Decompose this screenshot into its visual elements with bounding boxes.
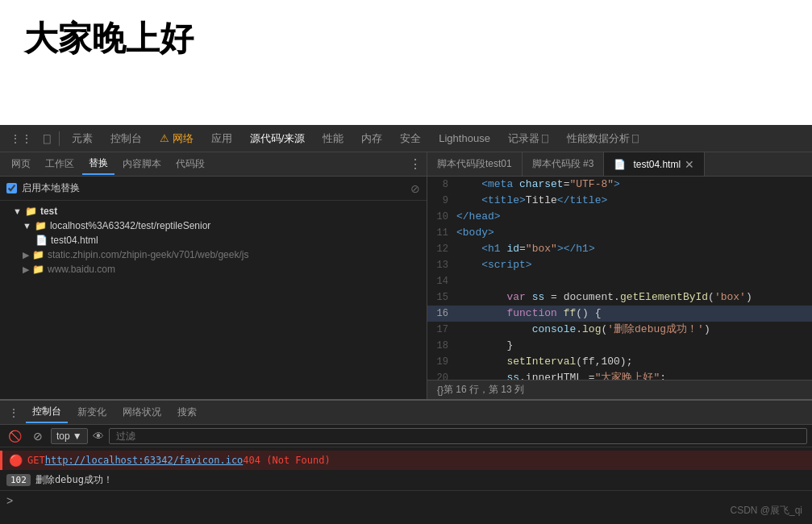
console-tab-network-conditions[interactable]: 网络状况 (116, 402, 168, 422)
code-line: 17 console.log('删除debug成功！') (427, 322, 812, 338)
error-text-after: 404 (Not Found) (243, 455, 330, 466)
error-icon: 🔴 (9, 454, 23, 467)
clear-overrides-icon[interactable]: ⊘ (410, 182, 420, 195)
code-line: 9 <title>Title</title> (427, 193, 812, 209)
tree-arrow-right-icon: ▶ (23, 250, 29, 260)
tab-recorder[interactable]: 记录器 ⎕ (500, 128, 557, 149)
tab-memory[interactable]: 内存 (353, 128, 390, 149)
tab-lighthouse[interactable]: Lighthouse (431, 129, 498, 148)
file-tree: ▼ 📁 test ▼ 📁 localhost%3A63342/test/rept… (0, 201, 427, 399)
error-text-before: GET (27, 455, 45, 466)
tree-item-static-zhipin[interactable]: ▶ 📁 static.zhipin.com/zhipin-geek/v701/w… (0, 247, 427, 262)
tree-item-baidu[interactable]: ▶ 📁 www.baidu.com (0, 262, 427, 277)
tab-console[interactable]: 控制台 (102, 128, 150, 149)
top-filter-arrow: ▼ (73, 430, 82, 442)
cursor-position: {} (437, 385, 443, 396)
devtools: ⋮⋮ ⎕ 元素 控制台 ⚠ 网络 应用 源代码/来源 性能 内存 安全 Ligh… (0, 125, 812, 524)
code-area[interactable]: 8 <meta charset="UTF-8"> 9 <title>Title<… (427, 177, 812, 380)
cursor-position-text: 第 16 行，第 13 列 (443, 383, 524, 397)
log-text: 删除debug成功！ (35, 473, 113, 487)
sub-toolbar: 网页 工作区 替换 内容脚本 代码段 ⋮ (0, 152, 427, 177)
checkbox-bar: 启用本地替换 ⊘ (0, 177, 427, 201)
console-tab-changes[interactable]: 新变化 (71, 402, 113, 422)
clear-console-icon[interactable]: 🚫 (5, 428, 25, 444)
folder-icon4: 📁 (32, 264, 44, 275)
code-line: 10 </head> (427, 209, 812, 225)
code-line: 20 ss.innerHTML ="大家晚上好"; (427, 370, 812, 380)
console-filter-bar: 🚫 ⊘ top ▼ 👁 (0, 425, 812, 447)
watermark: CSDN @展飞_qi (730, 504, 802, 518)
toolbar-separator (59, 131, 60, 146)
code-line: 12 <h1 id="box"></h1> (427, 241, 812, 257)
sub-tab-overrides[interactable]: 替换 (82, 153, 115, 175)
editor-tab-test04[interactable]: 📄 test04.html ✕ (604, 152, 705, 177)
console-settings-icon[interactable]: ⊘ (30, 428, 46, 444)
devtools-main: 网页 工作区 替换 内容脚本 代码段 ⋮ 启用本地替换 ⊘ ▼ 📁 (0, 152, 812, 399)
sub-tab-workspace[interactable]: 工作区 (39, 154, 81, 174)
sub-tab-content-scripts[interactable]: 内容脚本 (116, 154, 168, 174)
tab-perf-insights[interactable]: 性能数据分析 ⎕ (559, 128, 648, 149)
code-line-16: 16 function ff() { (427, 306, 812, 322)
code-line: 8 <meta charset="UTF-8"> (427, 177, 812, 193)
tab-network[interactable]: ⚠ 网络 (152, 128, 202, 149)
console-error-message: 🔴 GET http://localhost:63342/favicon.ico… (0, 451, 812, 470)
status-bar: {} 第 16 行，第 13 列 (427, 380, 812, 399)
code-line: 13 <script> (427, 257, 812, 273)
console-filter-input[interactable] (109, 428, 807, 444)
right-panel: 脚本代码段test01 脚本代码段 #3 📄 test04.html ✕ 8 <… (427, 152, 812, 399)
console-log-message: 102 删除debug成功！ (0, 470, 812, 490)
tree-arrow-down-icon: ▼ (13, 206, 22, 216)
folder-icon3: 📁 (32, 249, 44, 260)
browser-page: 大家晚上好 (0, 0, 812, 125)
enable-overrides-checkbox[interactable] (6, 183, 17, 193)
code-line: 11 <body> (427, 225, 812, 241)
editor-tab-snippet03[interactable]: 脚本代码段 #3 (523, 152, 605, 177)
folder-icon: 📁 (25, 206, 37, 217)
left-panel: 网页 工作区 替换 内容脚本 代码段 ⋮ 启用本地替换 ⊘ ▼ 📁 (0, 152, 427, 399)
console-tab-console[interactable]: 控制台 (26, 401, 68, 423)
editor-tabs: 脚本代码段test01 脚本代码段 #3 📄 test04.html ✕ (427, 152, 812, 177)
enable-overrides-label: 启用本地替换 (22, 181, 80, 195)
file-tab-icon: 📄 (614, 159, 626, 170)
tab-close-icon[interactable]: ✕ (685, 158, 694, 171)
tab-performance[interactable]: 性能 (314, 128, 352, 149)
tree-arrow-down-icon2: ▼ (23, 221, 31, 231)
devtools-toolbar: ⋮⋮ ⎕ 元素 控制台 ⚠ 网络 应用 源代码/来源 性能 内存 安全 Ligh… (0, 125, 812, 152)
top-level-filter[interactable]: top ▼ (51, 428, 88, 444)
console-tab-search[interactable]: 搜索 (171, 402, 203, 422)
file-icon: 📄 (35, 235, 48, 246)
log-count-badge: 102 (6, 474, 31, 486)
console-input-row: > (0, 490, 812, 510)
console-messages: 🔴 GET http://localhost:63342/favicon.ico… (0, 447, 812, 524)
sub-tab-snippets[interactable]: 代码段 (169, 154, 211, 174)
code-line: 14 (427, 273, 812, 289)
error-link[interactable]: http://localhost:63342/favicon.ico (45, 455, 244, 466)
tab-application[interactable]: 应用 (203, 128, 240, 149)
top-filter-label: top (56, 430, 70, 442)
code-line: 19 setInterval(ff,100); (427, 354, 812, 370)
sub-toolbar-more-icon[interactable]: ⋮ (409, 156, 422, 172)
tree-arrow-right-icon2: ▶ (23, 264, 29, 275)
console-panel: ⋮ 控制台 新变化 网络状况 搜索 🚫 ⊘ top ▼ 👁 🔴 GET http… (0, 399, 812, 524)
console-toolbar: ⋮ 控制台 新变化 网络状况 搜索 (0, 401, 812, 425)
tab-security[interactable]: 安全 (392, 128, 429, 149)
tree-item-localhost[interactable]: ▼ 📁 localhost%3A63342/test/reptileSenior (0, 218, 427, 233)
devtools-inspect-icon[interactable]: ⎕ (39, 129, 55, 148)
devtools-dots-icon[interactable]: ⋮⋮ (5, 129, 37, 148)
console-prompt-icon: > (6, 494, 13, 507)
editor-tab-snippet01[interactable]: 脚本代码段test01 (427, 152, 523, 177)
folder-icon2: 📁 (35, 220, 47, 231)
eye-icon[interactable]: 👁 (93, 430, 104, 443)
tab-elements[interactable]: 元素 (64, 128, 101, 149)
page-title: 大家晚上好 (24, 16, 194, 61)
tree-item-test[interactable]: ▼ 📁 test (0, 204, 427, 218)
tab-sources[interactable]: 源代码/来源 (242, 128, 314, 149)
code-line: 18 } (427, 338, 812, 354)
tree-item-test04[interactable]: 📄 test04.html (0, 233, 427, 247)
console-menu-icon[interactable]: ⋮ (5, 405, 23, 421)
sub-tab-webpage[interactable]: 网页 (5, 154, 37, 174)
code-line: 15 var ss = document.getElementById('box… (427, 289, 812, 306)
